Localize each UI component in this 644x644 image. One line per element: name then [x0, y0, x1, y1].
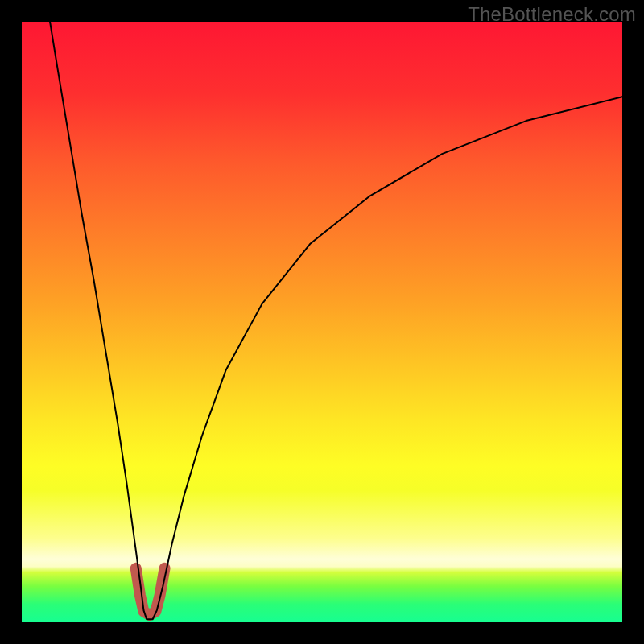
chart-frame: TheBottleneck.com	[0, 0, 644, 644]
chart-svg	[22, 22, 622, 622]
gradient-background	[22, 22, 622, 622]
watermark-text: TheBottleneck.com	[468, 3, 636, 26]
plot-area	[22, 22, 622, 622]
